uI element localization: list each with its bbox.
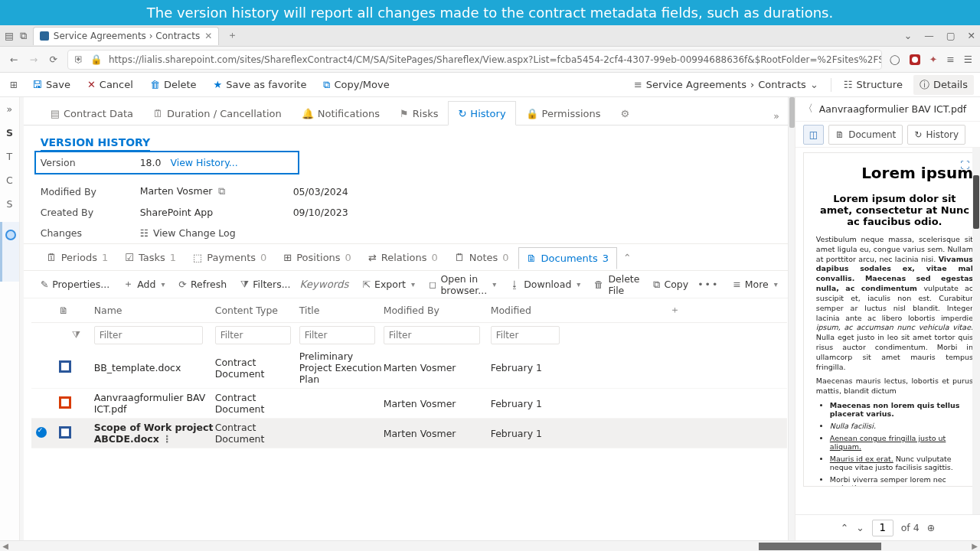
documents-toolbar: ✎Properties... ＋Add▾ ⟳Refresh ⧩Filters..… [24,271,795,298]
copy-button[interactable]: ⧉Copy [648,276,693,294]
tab-duration[interactable]: 🗓Duration / Cancellation [143,101,292,125]
export-button[interactable]: ⇱Export▾ [358,276,420,293]
extensions-icon[interactable]: ≡ [946,54,954,65]
cancel-button[interactable]: ✕Cancel [81,76,139,93]
maximize-button[interactable]: ▢ [946,30,956,41]
close-window-button[interactable]: ✕ [968,30,975,41]
preview-tab-history[interactable]: ↻History [907,125,965,145]
filter-name[interactable] [94,326,203,344]
structure-button[interactable]: ☷Structure [838,76,909,93]
table-row[interactable]: Scope of Work project ABCDE.docx ⋮ Contr… [31,419,787,448]
col-name[interactable]: Name [94,305,215,316]
expand-preview-icon[interactable]: ⛶ [960,159,970,171]
preview-tab-document[interactable]: 🗎Document [828,125,903,145]
page-number-input[interactable] [872,520,893,536]
delete-button[interactable]: 🗑Delete [144,76,203,93]
filter-funnel-icon[interactable]: ⧩ [59,329,94,341]
new-tab-button[interactable]: ＋ [225,29,239,43]
collapse-icon[interactable]: ⌃ [623,252,631,263]
zoom-icon[interactable]: ⊕ [927,522,935,533]
tab-positions[interactable]: ⊞Positions0 [276,247,359,268]
sidebar-icon[interactable]: ▤ [5,30,14,41]
extension-icon[interactable]: ◯ [890,54,900,65]
tab-title: Service Agreements › Contracts [54,31,200,41]
more-menu[interactable]: ≡More▾ [728,276,782,293]
tab-history[interactable]: ↻History [448,101,515,126]
browser-tab[interactable]: Service Agreements › Contracts ✕ [33,27,219,45]
details-button[interactable]: ⓘDetails [913,75,974,95]
main-vertical-scrollbar[interactable] [788,97,795,540]
shield-icon[interactable]: ⛨ [74,54,84,65]
filter-content-type[interactable] [215,326,291,344]
preview-back-icon[interactable]: 〈 [803,103,813,116]
back-button[interactable]: ← [8,54,20,65]
tab-empty[interactable]: ⚙ [611,101,640,125]
reload-button[interactable]: ⟳ [47,54,60,65]
app-launcher-icon[interactable]: ⊞ [6,79,21,90]
doc-paragraph: Vestibulum neque massa, scelerisque sit … [816,235,973,372]
refresh-button[interactable]: ⟳Refresh [174,276,231,293]
favorite-button[interactable]: ★Save as favorite [207,76,313,93]
changes-label: Changes [41,227,140,239]
row-selected-icon[interactable] [36,427,47,438]
filter-modified-by[interactable] [384,326,480,344]
expand-panel-icon[interactable]: » [7,103,13,115]
doc-paragraph: Maecenas mauris lectus, lobortis et puru… [816,377,973,396]
overflow-menu-icon[interactable]: ••• [697,279,719,290]
filter-title[interactable] [299,326,375,344]
tab-contract-data[interactable]: ▤Contract Data [41,101,143,125]
col-modified[interactable]: Modified [491,305,567,316]
instruction-banner: The version history will report all chan… [0,0,980,25]
table-row[interactable]: Aanvraagformulier BAV ICT.pdf Contract D… [31,389,787,419]
extension-puzzle-icon[interactable]: ✦ [929,54,937,65]
col-modified-by[interactable]: Modified By [384,305,491,316]
breadcrumb[interactable]: ≡Service Agreements›Contracts⌄ [628,76,825,93]
tab-permissions[interactable]: 🔒Permissions [516,101,611,125]
open-browser-button[interactable]: ◻Open in browser...▾ [424,270,501,299]
chevron-down-icon[interactable]: ⌄ [904,30,912,41]
bottom-horizontal-scrollbar[interactable]: ◀ ▶ [0,540,980,551]
copy-icon[interactable]: ⧉ [218,185,225,197]
filters-button[interactable]: ⧩Filters... [236,276,295,294]
tab-tasks[interactable]: ☑Tasks1 [117,247,184,268]
add-column-icon[interactable]: ＋ [567,304,782,317]
tab-risks[interactable]: ⚑Risks [390,101,448,125]
firefox-container-icon[interactable]: ⧉ [20,30,27,42]
next-page-icon[interactable]: ⌄ [856,522,864,533]
collapsed-left-panel[interactable]: » S T C S [0,97,20,540]
properties-button[interactable]: ✎Properties... [36,276,115,293]
table-row[interactable]: BB_template.docx Contract Document Preli… [31,347,787,389]
tab-notes[interactable]: 🗒Notes0 [447,247,517,268]
add-button[interactable]: ＋Add▾ [119,275,169,294]
type-column-icon[interactable]: 🗎 [59,305,94,316]
minimize-button[interactable]: — [924,30,934,41]
col-content-type[interactable]: Content Type [215,305,299,316]
filter-modified[interactable] [491,326,560,344]
col-title[interactable]: Title [299,305,384,316]
preview-vertical-scrollbar[interactable] [972,148,980,514]
hamburger-menu-icon[interactable]: ☰ [964,54,972,65]
tab-documents[interactable]: 🗎Documents3 [518,247,617,269]
prev-page-icon[interactable]: ⌃ [841,522,848,533]
preview-tab-icon[interactable]: ◫ [803,125,824,145]
view-change-log-link[interactable]: ☷View Change Log [140,227,293,239]
tab-notifications[interactable]: 🔔Notifications [292,101,390,125]
file-modified-by: Marten Vosmer [384,428,491,439]
lock-icon[interactable]: 🔒 [90,54,103,65]
delete-file-button[interactable]: 🗑Delete File [590,270,644,299]
row-menu-icon[interactable]: ⋮ [162,433,172,445]
tab-relations[interactable]: ⇄Relations0 [361,247,446,268]
doc-bullet: Nulla facilisi. [830,422,973,430]
tab-payments[interactable]: ⬚Payments0 [185,247,274,268]
close-tab-icon[interactable]: ✕ [204,31,212,41]
pdf-icon [59,396,71,409]
copymove-button[interactable]: ⧉Copy/Move [317,76,395,94]
download-button[interactable]: ⭳Download▾ [505,276,585,293]
tab-periods[interactable]: 🗓Periods1 [39,247,116,268]
save-button[interactable]: 🖫Save [26,76,77,93]
address-bar[interactable]: ⛨ 🔒 https://lialis.sharepoint.com/sites/… [67,50,882,70]
keywords-input[interactable] [300,279,354,290]
view-history-link[interactable]: View History... [170,157,237,168]
tabs-overflow-icon[interactable]: » [770,107,782,125]
ublock-icon[interactable] [910,54,920,65]
